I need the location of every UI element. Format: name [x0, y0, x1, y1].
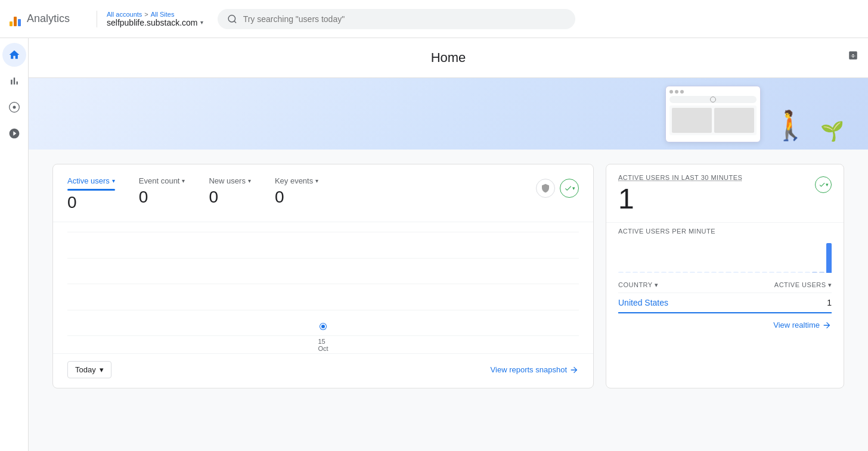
- metric-new-users-arrow: ▾: [248, 178, 251, 184]
- metric-key-events-arrow: ▾: [315, 178, 318, 184]
- plant-icon: 🌱: [820, 120, 844, 142]
- metric-active-users-label: Active users ▾: [67, 176, 115, 185]
- metric-event-count[interactable]: Event count ▾ 0: [139, 176, 185, 207]
- search-bar[interactable]: [218, 9, 575, 29]
- logo-bar-3: [18, 19, 21, 26]
- mini-chart-bar: [805, 272, 810, 273]
- page-title: Home: [41, 50, 856, 66]
- benchmark-button[interactable]: [536, 179, 555, 198]
- metric-new-users[interactable]: New users ▾ 0: [209, 176, 250, 207]
- country-col-header[interactable]: COUNTRY ▾: [618, 281, 658, 289]
- breadcrumb-top: All accounts > All Sites: [107, 11, 203, 18]
- mini-chart-bar: [625, 272, 631, 273]
- mini-chart-bar: [790, 272, 796, 273]
- browser-toolbar: [669, 90, 757, 94]
- sidebar-item-advertising[interactable]: [2, 122, 26, 145]
- chart-footer: Today ▾ View reports snapshot: [53, 353, 593, 388]
- hero-illustration: 🚶 🌱: [665, 86, 844, 142]
- grid-line-3: [67, 284, 579, 284]
- metric-event-count-value: 0: [139, 188, 185, 207]
- sidebar-item-home[interactable]: [2, 43, 26, 67]
- country-name[interactable]: United States: [618, 298, 668, 307]
- date-picker-label: Today: [75, 365, 96, 374]
- mini-chart-bar: [647, 272, 652, 273]
- mini-chart-bar: [726, 272, 731, 273]
- search-icon: [227, 14, 237, 24]
- grid-line-4: [67, 310, 579, 310]
- realtime-footer: View realtime: [606, 313, 844, 340]
- active-users-col-header[interactable]: ACTIVE USERS ▾: [774, 281, 832, 289]
- mini-chart-bar: [819, 272, 824, 273]
- mini-chart-bar: [704, 272, 709, 273]
- sidebar-item-reports[interactable]: [2, 69, 26, 93]
- mini-chart-bar: [798, 272, 803, 273]
- sidebar: [0, 38, 29, 451]
- site-name: selfpublife.substack.com: [107, 18, 198, 27]
- svg-point-0: [228, 15, 235, 21]
- search-input[interactable]: [243, 14, 566, 24]
- realtime-compare-button[interactable]: ▾: [815, 176, 832, 193]
- logo-area: Analytics: [10, 12, 87, 26]
- metric-new-users-value: 0: [209, 188, 250, 207]
- main-content: Home: [29, 38, 868, 451]
- compare-button[interactable]: ▾: [560, 179, 579, 198]
- table-row: United States 1: [618, 293, 832, 313]
- breadcrumb-all-sites[interactable]: All Sites: [151, 11, 175, 18]
- grid-line-5: [67, 335, 579, 336]
- site-selector[interactable]: selfpublife.substack.com ▾: [107, 18, 203, 27]
- breadcrumb-all-accounts[interactable]: All accounts: [107, 11, 142, 18]
- chart-data-point: [320, 324, 326, 329]
- realtime-header: ACTIVE USERS IN LAST 30 MINUTES 1 ▾: [606, 164, 844, 223]
- mini-chart-bar: [711, 272, 717, 273]
- hero-banner: 🚶 🌱: [29, 78, 868, 150]
- mini-chart-bar: [661, 272, 666, 273]
- chart-grid: 15 Oct: [67, 232, 579, 335]
- svg-point-3: [13, 106, 16, 109]
- content-block-1: [672, 108, 712, 133]
- date-picker[interactable]: Today ▾: [67, 361, 111, 378]
- sidebar-item-explore[interactable]: [2, 95, 26, 119]
- app-title: Analytics: [27, 13, 70, 25]
- mini-chart-bar: [675, 272, 681, 273]
- metric-key-events[interactable]: Key events ▾ 0: [275, 176, 318, 207]
- browser-dot-1: [669, 90, 673, 94]
- top-nav: Analytics All accounts > All Sites selfp…: [0, 0, 868, 38]
- mini-chart-bar: [740, 272, 746, 273]
- mini-chart-bar: [776, 272, 782, 273]
- view-reports-link[interactable]: View reports snapshot: [491, 365, 579, 375]
- mini-chart-bar: [769, 272, 774, 273]
- view-realtime-link[interactable]: View realtime: [618, 321, 832, 330]
- analytics-logo-icon: [10, 12, 21, 26]
- walking-person-icon: 🚶: [773, 109, 808, 142]
- metric-active-users[interactable]: Active users ▾ 0: [67, 176, 115, 212]
- chart-date-label: 15 Oct: [318, 338, 328, 352]
- mini-chart-bar: [812, 272, 817, 273]
- mini-chart-bar: [755, 272, 760, 273]
- browser-mockup: [665, 86, 761, 142]
- metric-key-events-value: 0: [275, 188, 318, 207]
- site-dropdown-arrow: ▾: [200, 19, 203, 26]
- logo-bar-2: [14, 17, 17, 26]
- mini-chart-bar: [633, 272, 638, 273]
- chart-container: 15 Oct: [53, 222, 593, 353]
- realtime-card: ACTIVE USERS IN LAST 30 MINUTES 1 ▾: [606, 164, 844, 388]
- scroll-wrapper[interactable]: Home: [29, 38, 868, 451]
- realtime-count: 1: [618, 183, 742, 215]
- mini-chart-bar: [826, 243, 832, 273]
- date-picker-arrow: ▾: [100, 365, 104, 374]
- browser-search-circle: [710, 97, 716, 102]
- logo-bar-1: [10, 21, 13, 26]
- browser-addressbar: [669, 96, 757, 103]
- expand-icon[interactable]: [848, 50, 858, 63]
- mini-chart-bar: [683, 272, 688, 273]
- metric-event-count-label: Event count ▾: [139, 176, 185, 185]
- svg-line-1: [234, 21, 235, 23]
- browser-dot-2: [675, 90, 678, 94]
- country-users: 1: [827, 298, 832, 307]
- browser-content: [669, 105, 757, 135]
- page-header: Home: [29, 38, 868, 78]
- mini-chart-bar: [748, 272, 753, 273]
- realtime-title: ACTIVE USERS IN LAST 30 MINUTES: [618, 174, 742, 181]
- metric-active-users-value: 0: [67, 193, 115, 212]
- mini-chart-bar: [690, 272, 695, 273]
